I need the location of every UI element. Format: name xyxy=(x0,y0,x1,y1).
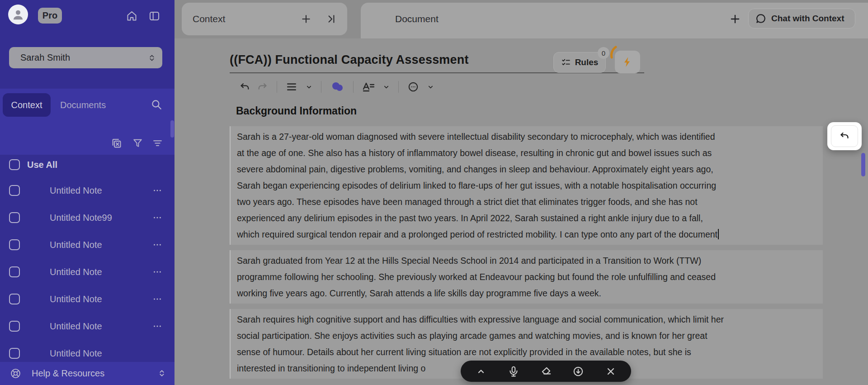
sidebar-footer[interactable]: Help & Resources xyxy=(0,362,175,385)
redo-icon[interactable] xyxy=(254,79,271,95)
download-circle-icon[interactable] xyxy=(571,365,585,378)
paragraph-line: social participation. She enjoys activit… xyxy=(237,328,816,344)
paragraph-line: Sarah began experiencing episodes of del… xyxy=(237,177,816,194)
note-options-icon[interactable] xyxy=(150,321,165,332)
help-lifebuoy-icon xyxy=(10,368,21,379)
pro-badge: Pro xyxy=(38,8,62,24)
filter-row xyxy=(0,134,175,155)
paragraph-block[interactable]: Sarah graduated from Year 12 at the Hill… xyxy=(230,250,823,304)
add-tab-plus-icon[interactable] xyxy=(300,13,312,25)
note-checkbox[interactable] xyxy=(9,348,20,359)
chat-with-context-button[interactable]: Chat with Context xyxy=(748,9,855,29)
loading-arc-icon xyxy=(609,45,621,59)
note-row[interactable]: Untitled Note99 xyxy=(0,204,175,231)
paragraph-line: Sarah graduated from Year 12 at the Hill… xyxy=(237,252,816,269)
panel-toggle-icon[interactable] xyxy=(147,9,161,23)
filter-funnel-icon[interactable] xyxy=(132,138,143,149)
chevron-down-icon[interactable] xyxy=(424,79,437,95)
expand-chevrons-icon[interactable] xyxy=(157,369,166,378)
note-checkbox[interactable] xyxy=(9,185,20,196)
note-options-icon[interactable] xyxy=(150,294,165,304)
paragraph-line: which required surgical tendon repair an… xyxy=(237,226,816,242)
note-title[interactable]: Untitled Note xyxy=(50,313,102,340)
chat-bubble-icon xyxy=(755,13,767,24)
text-style-icon[interactable] xyxy=(359,79,378,95)
paragraph-line: two years ago. These episodes have been … xyxy=(237,194,816,210)
toolbar-divider xyxy=(353,81,354,93)
note-row[interactable]: Untitled Note xyxy=(0,258,175,285)
help-resources-label: Help & Resources xyxy=(32,362,104,385)
note-checkbox[interactable] xyxy=(9,294,20,304)
note-title[interactable]: Untitled Note99 xyxy=(50,204,112,231)
paragraph-line: Sarah requires high cognitive support an… xyxy=(237,311,816,328)
home-icon[interactable] xyxy=(125,9,138,23)
note-row[interactable]: Untitled Note xyxy=(0,285,175,313)
use-all-label: Use All xyxy=(27,159,57,170)
collapse-chevron-up-icon[interactable] xyxy=(474,365,488,378)
note-row[interactable]: Untitled Note xyxy=(0,313,175,340)
undo-icon xyxy=(839,131,850,142)
paragraph-line: sense of humour. Details about her curre… xyxy=(237,344,816,360)
ai-assist-icon[interactable] xyxy=(327,79,348,95)
note-checkbox[interactable] xyxy=(9,321,20,332)
use-all-checkbox[interactable] xyxy=(9,159,20,170)
user-select-value: Sarah Smith xyxy=(20,52,70,63)
note-options-icon[interactable] xyxy=(150,266,165,277)
chevron-down-icon[interactable] xyxy=(380,79,393,95)
select-chevrons-icon xyxy=(148,54,156,62)
note-options-icon[interactable] xyxy=(150,239,165,250)
paragraph-line: severe abdominal pain, digestive problem… xyxy=(237,161,816,177)
document-tab-label: Document xyxy=(395,3,439,35)
more-options-icon[interactable] xyxy=(404,79,422,95)
paragraph-line: at the age of one. She also has a histor… xyxy=(237,145,816,161)
paragraph-line: experienced any delirium episodes in the… xyxy=(237,210,816,226)
text-cursor xyxy=(718,229,719,239)
sidebar: Pro Sarah Smith Context Documents xyxy=(0,0,175,385)
skip-to-end-icon[interactable] xyxy=(326,13,337,25)
paragraph-line: working five years ago. Currently, Sarah… xyxy=(237,285,816,301)
chat-button-label: Chat with Context xyxy=(771,14,844,24)
toolbar-divider xyxy=(277,81,277,93)
note-title[interactable]: Untitled Note xyxy=(50,258,102,285)
sidebar-tabs-band: Context Documents xyxy=(0,89,175,155)
lightning-bolt-icon xyxy=(622,56,633,68)
note-row[interactable]: Untitled Note xyxy=(0,177,175,204)
paragraph-menu-icon[interactable] xyxy=(283,79,301,95)
checklist-icon xyxy=(561,57,571,67)
section-heading: Background Information xyxy=(236,105,357,117)
use-all-row[interactable]: Use All xyxy=(0,159,175,171)
note-checkbox[interactable] xyxy=(9,212,20,223)
paragraph-block[interactable]: Sarah is a 27-year-old woman diagnosed w… xyxy=(230,126,823,245)
note-options-icon[interactable] xyxy=(150,185,165,196)
note-row[interactable]: Untitled Note xyxy=(0,231,175,258)
note-title[interactable]: Untitled Note xyxy=(50,285,102,313)
close-icon[interactable] xyxy=(604,365,618,378)
toolbar-divider xyxy=(398,81,399,93)
note-title[interactable]: Untitled Note xyxy=(50,231,102,258)
user-select[interactable]: Sarah Smith xyxy=(9,47,162,68)
floating-action-toolbar[interactable] xyxy=(461,361,631,382)
new-plus-icon[interactable] xyxy=(729,13,741,25)
document-editor[interactable]: Sarah is a 27-year-old woman diagnosed w… xyxy=(230,126,823,384)
note-options-icon[interactable] xyxy=(150,212,165,223)
user-avatar[interactable] xyxy=(8,5,28,24)
sidebar-tab-context[interactable]: Context xyxy=(3,93,51,117)
note-checkbox[interactable] xyxy=(9,239,20,250)
eraser-icon[interactable] xyxy=(539,365,553,378)
sort-lines-icon[interactable] xyxy=(152,138,163,149)
paragraph-line: programme following her schooling. She p… xyxy=(237,269,816,285)
clear-selection-icon[interactable] xyxy=(110,138,123,150)
main-scrollbar-thumb[interactable] xyxy=(861,153,865,176)
floating-undo-card xyxy=(827,122,862,150)
chevron-down-icon[interactable] xyxy=(302,79,316,95)
microphone-icon[interactable] xyxy=(507,365,520,378)
note-title[interactable]: Untitled Note xyxy=(50,177,102,204)
floating-undo-button[interactable] xyxy=(831,125,858,147)
note-checkbox[interactable] xyxy=(9,266,20,277)
sidebar-tab-documents[interactable]: Documents xyxy=(60,93,106,117)
sidebar-scrollbar-thumb[interactable] xyxy=(170,120,174,138)
tab-context-panel[interactable]: Context xyxy=(182,3,347,35)
undo-icon[interactable] xyxy=(236,79,254,95)
paragraph-line: Sarah is a 27-year-old woman diagnosed w… xyxy=(237,128,816,145)
search-icon[interactable] xyxy=(151,99,162,110)
